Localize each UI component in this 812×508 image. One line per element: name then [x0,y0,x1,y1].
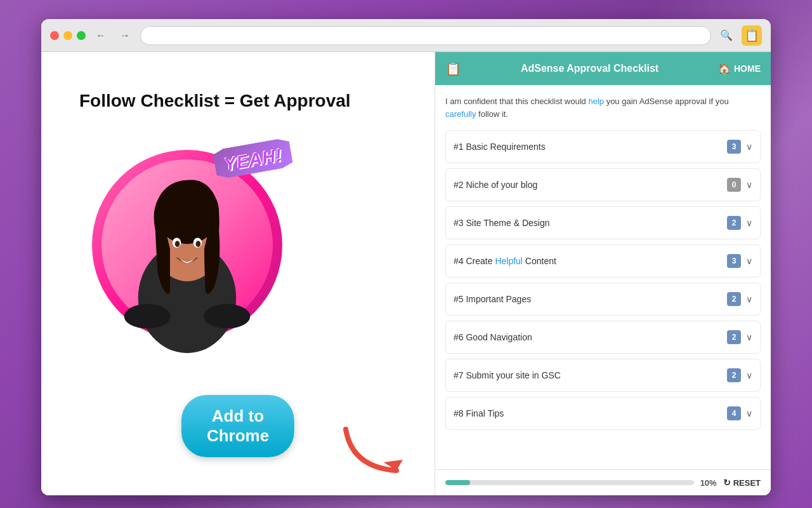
search-button[interactable]: 🔍 [717,27,735,44]
checklist-item-8[interactable]: #8 Final Tips 4 ∨ [445,397,761,430]
svg-point-6 [175,241,180,247]
item-badge-3: 2 [727,216,741,230]
item-badge-4: 3 [727,254,741,268]
reset-button[interactable]: ↻ RESET [723,478,761,488]
checklist-header-icon: 📋 [445,61,461,76]
extension-icon[interactable]: 📋 [742,25,762,46]
item-label-8: #8 Final Tips [454,408,504,418]
left-section: Follow Checklist = Get Approval [41,52,435,495]
checklist-title: AdSense Approval Checklist [468,63,712,74]
item-badge-1: 3 [727,140,741,154]
checklist-item-2[interactable]: #2 Niche of your blog 0 ∨ [445,168,761,201]
home-button[interactable]: 🏠 HOME [718,63,761,75]
item-right-7: 2 ∨ [727,368,752,382]
checklist-footer: 10% ↻ RESET [435,469,771,495]
checklist-item-5[interactable]: #5 Important Pages 2 ∨ [445,283,761,316]
item-label-7: #7 Submit your site in GSC [454,370,561,380]
svg-point-8 [124,304,171,328]
person-avatar [105,169,270,353]
traffic-light-yellow[interactable] [63,31,72,40]
checklist-header: 📋 AdSense Approval Checklist 🏠 HOME [435,52,771,85]
home-icon: 🏠 [718,63,731,75]
chevron-4: ∨ [746,256,752,266]
item-label-3: #3 Site Theme & Design [454,218,550,228]
item-badge-6: 2 [727,330,741,344]
item-label-5: #5 Important Pages [454,294,531,304]
chevron-2: ∨ [746,180,752,190]
item-right-3: 2 ∨ [727,216,752,230]
item-badge-2: 0 [727,178,741,192]
chevron-8: ∨ [746,408,752,418]
checklist-item-4[interactable]: #4 Create Helpful Content 3 ∨ [445,244,761,277]
item-right-6: 2 ∨ [727,330,752,344]
item-label-2: #2 Niche of your blog [454,180,537,190]
browser-content: Follow Checklist = Get Approval [41,52,771,495]
person-svg [111,175,263,353]
page-title: Follow Checklist = Get Approval [79,90,351,112]
checklist-item-7[interactable]: #7 Submit your site in GSC 2 ∨ [445,359,761,392]
svg-point-7 [196,241,201,247]
reset-label: RESET [733,478,761,488]
browser-window: ← → 🔍 📋 Follow Checklist = Get Approval [41,19,771,495]
traffic-light-green[interactable] [77,31,86,40]
item-label-4: #4 Create Helpful Content [454,256,556,266]
item-badge-5: 2 [727,292,741,306]
item-right-2: 0 ∨ [727,178,752,192]
back-button[interactable]: ← [92,27,110,44]
address-bar[interactable] [140,26,711,45]
chevron-7: ∨ [746,370,752,380]
item-badge-7: 2 [727,368,741,382]
add-chrome-button[interactable]: Add toChrome [181,395,294,457]
checklist-item-1[interactable]: #1 Basic Requirements 3 ∨ [445,130,761,163]
chevron-5: ∨ [746,294,752,304]
forward-button[interactable]: → [116,27,134,44]
reset-icon: ↻ [723,478,731,488]
browser-titlebar: ← → 🔍 📋 [41,19,771,52]
item-label-1: #1 Basic Requirements [454,142,546,152]
checklist-item-3[interactable]: #3 Site Theme & Design 2 ∨ [445,206,761,239]
avatar-container: YEAH! [79,137,295,353]
chevron-1: ∨ [746,142,752,152]
item-right-4: 3 ∨ [727,254,752,268]
checklist-intro: I am confident that this checklist would… [445,95,761,120]
checklist-item-6[interactable]: #6 Good Navigation 2 ∨ [445,321,761,354]
progress-bar-container [445,480,694,485]
item-label-6: #6 Good Navigation [454,332,532,342]
progress-text: 10% [700,478,717,488]
home-label: HOME [734,64,761,74]
svg-point-9 [204,304,250,328]
red-arrow [339,417,422,483]
progress-bar-fill [445,480,470,485]
chevron-6: ∨ [746,332,752,342]
traffic-light-red[interactable] [50,31,59,40]
item-right-8: 4 ∨ [727,406,752,420]
yeah-sticker: YEAH! [223,145,284,175]
checklist-panel: 📋 AdSense Approval Checklist 🏠 HOME I am… [435,52,771,495]
chevron-3: ∨ [746,218,752,228]
svg-point-3 [155,180,219,243]
traffic-lights [50,31,86,40]
item-right-1: 3 ∨ [727,140,752,154]
item-badge-8: 4 [727,406,741,420]
item-right-5: 2 ∨ [727,292,752,306]
checklist-body: I am confident that this checklist would… [435,85,771,469]
